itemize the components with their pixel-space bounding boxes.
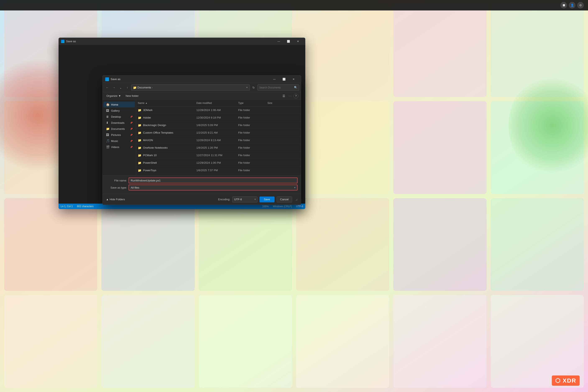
sidebar-item-pictures[interactable]: 🖼 Pictures 📌: [104, 132, 135, 138]
file-name-cell: 📁 MAXON: [136, 138, 195, 142]
dialog-close-btn[interactable]: ✕: [289, 76, 298, 83]
sidebar-item-gallery[interactable]: 🖼 Gallery: [104, 108, 135, 114]
search-input[interactable]: [259, 86, 293, 89]
search-box[interactable]: 🔍: [258, 84, 299, 91]
file-name-cell: 📁 OneNote Notebooks: [136, 146, 195, 150]
table-row[interactable]: 📁 3DMark 12/28/2024 1:06 AM File folder: [136, 106, 301, 114]
status-zoom[interactable]: 100%: [262, 205, 269, 208]
new-folder-btn[interactable]: New folder: [124, 94, 140, 98]
encoding-select[interactable]: UTF-8 UTF-16 ASCII: [232, 196, 258, 202]
file-name-cell: 📁 3DMark: [136, 108, 195, 112]
recent-btn[interactable]: ⌄: [118, 85, 124, 90]
dialog-title: Save as: [110, 78, 270, 81]
save-dialog: Save as — ⬜ ✕ ← → ⌄ ↑ 📁 Documents › ▼ ↻ …: [102, 75, 301, 205]
file-type-cell: File folder: [236, 116, 266, 119]
folder-icon: 📁: [138, 131, 141, 134]
path-dropdown-btn[interactable]: ▼: [246, 86, 248, 89]
sidebar-item-desktop[interactable]: 🖥 Desktop 📌: [104, 114, 135, 120]
file-name: Custom Office Templates: [143, 131, 173, 134]
pin-icon: 📌: [130, 134, 132, 136]
file-name: MAXON: [143, 138, 153, 142]
folder-icon: 📁: [138, 124, 141, 127]
sidebar-label: Music: [111, 140, 118, 142]
refresh-btn[interactable]: ↻: [251, 85, 256, 90]
file-type-cell: File folder: [236, 108, 266, 112]
avatar-btn[interactable]: 👤: [569, 2, 576, 8]
sidebar-item-downloads[interactable]: ⬇ Downloads 📌: [104, 120, 135, 126]
pin-icon: 📌: [130, 122, 132, 124]
table-row[interactable]: 📁 Custom Office Templates 1/2/2025 9:21 …: [136, 129, 301, 136]
hide-folders-btn[interactable]: ▲ Hide Folders: [106, 198, 125, 201]
file-name: OneNote Notebooks: [143, 146, 168, 149]
folder-icon: 📁: [138, 146, 141, 150]
status-encoding[interactable]: UTF-8: [296, 205, 303, 208]
xdr-logo: ⬡ XDR: [552, 376, 580, 386]
sidebar-label: Gallery: [111, 109, 120, 112]
bg-tile: [102, 295, 194, 388]
sidebar-icon: 🎵: [106, 139, 109, 142]
view-options-btn[interactable]: ☰: [281, 93, 287, 99]
table-row[interactable]: 📁 PowerToys 1/6/2025 7:37 PM File folder: [136, 167, 301, 174]
savetype-select[interactable]: All files: [128, 184, 298, 190]
table-row[interactable]: 📁 MAXON 12/26/2024 9:13 AM File folder: [136, 136, 301, 144]
table-row[interactable]: 📁 Adobe 12/30/2024 9:18 PM File folder: [136, 114, 301, 122]
maximize-btn[interactable]: ⬜: [284, 38, 293, 45]
status-ln-col[interactable]: Ln 1, Col 1: [61, 205, 73, 208]
sidebar-item-videos[interactable]: 🎬 Videos 📌: [104, 144, 135, 150]
address-path[interactable]: 📁 Documents › ▼: [131, 84, 250, 91]
table-row[interactable]: 📁 Blackmagic Design 1/8/2025 5:09 PM Fil…: [136, 122, 301, 129]
file-name-cell: 📁 Custom Office Templates: [136, 131, 195, 134]
dialog-sidebar: 🏠 Home 🖼 Gallery 🖥 Desktop 📌 ⬇ Downloads…: [103, 100, 136, 175]
organize-chevron-icon: ▼: [118, 94, 121, 98]
sidebar-icon: 🖥: [106, 115, 109, 118]
savetype-select-wrapper: All files ▼: [128, 184, 298, 190]
col-type-header[interactable]: Type: [236, 100, 266, 106]
status-line-endings[interactable]: Windows (CRLF): [273, 205, 292, 208]
minimize-btn[interactable]: —: [274, 38, 284, 45]
organize-label: Organize: [106, 94, 118, 98]
file-type-cell: File folder: [236, 161, 266, 164]
status-characters[interactable]: 802 characters: [77, 205, 94, 208]
encoding-label: Encoding:: [218, 198, 230, 201]
table-row[interactable]: 📁 PCMark 10 12/27/2024 11:31 PM File fol…: [136, 152, 301, 159]
dialog-window-controls: — ⬜ ✕: [270, 76, 298, 83]
sidebar-item-documents[interactable]: 📁 Documents 📌: [104, 126, 135, 132]
filename-label: File name:: [106, 179, 127, 182]
close-btn[interactable]: ✕: [293, 38, 303, 45]
file-date-cell: 12/30/2024 9:18 PM: [195, 116, 236, 119]
dialog-maximize-btn[interactable]: ⬜: [279, 76, 289, 83]
folder-icon: 📁: [138, 161, 141, 164]
cancel-btn[interactable]: Cancel: [277, 196, 292, 202]
dialog-minimize-btn[interactable]: —: [270, 76, 279, 83]
vscode-icon: [61, 40, 64, 43]
back-btn[interactable]: ←: [104, 85, 110, 90]
sidebar-item-music[interactable]: 🎵 Music 📌: [104, 138, 135, 144]
file-date-cell: 1/8/2025 1:26 PM: [195, 146, 236, 149]
dialog-addressbar: ← → ⌄ ↑ 📁 Documents › ▼ ↻ 🔍: [103, 83, 301, 92]
organize-btn[interactable]: Organize ▼: [105, 94, 122, 98]
topbar-icon-btn[interactable]: 🔲: [560, 2, 567, 8]
sidebar-item-home[interactable]: 🏠 Home: [104, 102, 135, 108]
dialog-toolbar: Organize ▼ New folder ☰ — ?: [103, 92, 301, 100]
bg-tile: [296, 295, 389, 388]
file-type-cell: File folder: [236, 154, 266, 157]
table-row[interactable]: 📁 PowerShell 12/29/2024 1:06 PM File fol…: [136, 159, 301, 167]
bg-tile: [296, 4, 389, 97]
sidebar-label: Documents: [111, 127, 125, 130]
help-btn[interactable]: ?: [293, 94, 298, 98]
file-date-cell: 12/26/2024 9:13 AM: [195, 138, 236, 142]
filename-input[interactable]: [128, 178, 298, 183]
col-size-header[interactable]: Size: [266, 100, 287, 106]
col-date-header[interactable]: Date modified: [195, 100, 236, 106]
table-row[interactable]: 📁 OneNote Notebooks 1/8/2025 1:26 PM Fil…: [136, 144, 301, 152]
file-list-header: Name ▲ Date modified Type Size: [136, 100, 301, 106]
save-btn[interactable]: Save: [260, 196, 274, 202]
sort-arrow-icon: ▲: [145, 102, 148, 104]
up-btn[interactable]: ↑: [124, 85, 130, 90]
folder-icon: 📁: [138, 154, 141, 157]
folder-icon: 📁: [138, 108, 141, 112]
forward-btn[interactable]: →: [111, 85, 117, 90]
folder-icon: 📁: [138, 116, 141, 120]
settings-btn[interactable]: ⚙: [577, 2, 584, 8]
col-name-header[interactable]: Name ▲: [136, 100, 195, 106]
